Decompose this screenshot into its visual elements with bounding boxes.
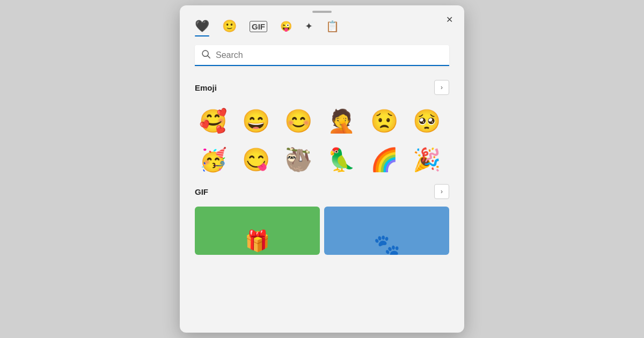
bt21-icon: 🐾 [374, 233, 400, 255]
emoji-picker-panel: ✕ 🖤 🙂 GIF 😜 ✦ 📋 [180, 5, 464, 333]
close-icon: ✕ [446, 14, 453, 25]
gif-section: GIF › 🎁 🐾 [195, 184, 449, 255]
tab-symbols[interactable]: ✦ [305, 20, 313, 35]
gif-card-gift[interactable]: 🎁 [195, 207, 320, 255]
tab-gif[interactable]: GIF [250, 21, 267, 35]
list-item[interactable]: 🌈 [366, 141, 402, 178]
list-item[interactable]: 🎉 [408, 141, 445, 178]
list-item[interactable]: 😄 [238, 102, 274, 139]
list-item[interactable]: 😟 [366, 102, 402, 139]
symbols-icon: ✦ [305, 20, 313, 32]
gift-icon: 🎁 [245, 229, 270, 253]
gif-section-title: GIF [195, 187, 208, 196]
gif-section-header: GIF › [195, 184, 449, 199]
list-item[interactable]: 🥺 [408, 102, 445, 139]
recent-icon: 🖤 [195, 19, 209, 33]
emoji-grid: 🥰 😄 😊 🤦 😟 🥺 🥳 😋 🦥 🦜 🌈 🎉 [195, 102, 449, 178]
list-item[interactable]: 😋 [238, 141, 274, 178]
emoji-section-arrow[interactable]: › [434, 80, 449, 95]
gif-section-arrow[interactable]: › [434, 184, 449, 199]
search-input[interactable] [216, 50, 443, 60]
emoji-section-title: Emoji [195, 83, 217, 92]
list-item[interactable]: 🦜 [323, 141, 360, 178]
gif-arrow-icon: › [441, 188, 443, 195]
tab-clipboard[interactable]: 📋 [326, 20, 339, 36]
list-item[interactable]: 🤦 [323, 102, 360, 139]
emoji-arrow-icon: › [441, 84, 443, 91]
kaomoji-icon: 😜 [280, 20, 292, 32]
tab-bar: 🖤 🙂 GIF 😜 ✦ 📋 [180, 13, 464, 36]
svg-line-1 [208, 56, 210, 58]
emoji-icon: 🙂 [222, 19, 237, 33]
tab-recent[interactable]: 🖤 [195, 19, 209, 36]
list-item[interactable]: 😊 [280, 102, 317, 139]
emoji-section-header: Emoji › [195, 80, 449, 95]
close-button[interactable]: ✕ [442, 12, 457, 27]
search-box [195, 45, 449, 66]
search-icon [201, 49, 210, 61]
content-area: Emoji › 🥰 😄 😊 🤦 😟 🥺 🥳 😋 🦥 🦜 🌈 🎉 GIF › [180, 71, 464, 333]
gif-card-bt21[interactable]: 🐾 [324, 207, 449, 255]
list-item[interactable]: 🦥 [280, 141, 317, 178]
tab-kaomoji[interactable]: 😜 [280, 20, 292, 35]
gif-grid: 🎁 🐾 [195, 207, 449, 255]
search-area [180, 36, 464, 71]
list-item[interactable]: 🥰 [195, 102, 231, 139]
gif-icon: GIF [250, 21, 267, 32]
clipboard-icon: 📋 [326, 20, 339, 33]
list-item[interactable]: 🥳 [195, 141, 231, 178]
tab-emoji[interactable]: 🙂 [222, 19, 237, 36]
